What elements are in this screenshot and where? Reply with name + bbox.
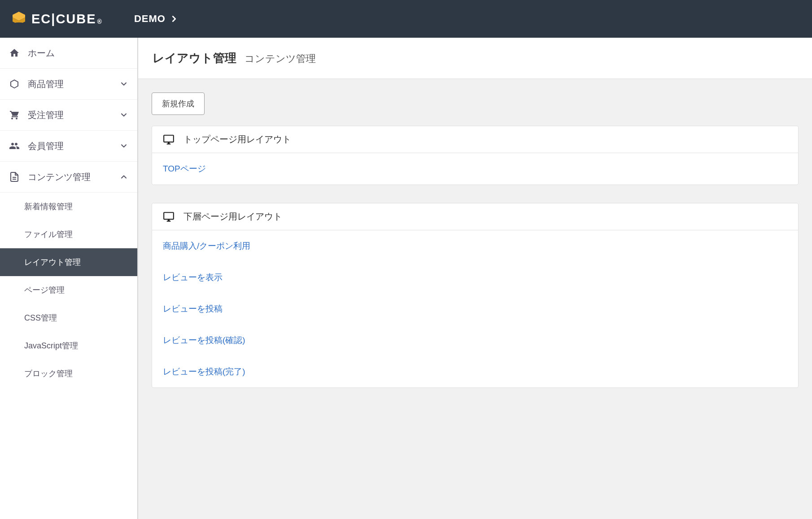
svg-point-0: [12, 22, 26, 26]
layout-link-review-show[interactable]: レビューを表示: [163, 273, 223, 282]
layout-link-coupon[interactable]: 商品購入/クーポン利用: [163, 241, 250, 251]
file-icon: [9, 172, 20, 182]
sidebar-item-products[interactable]: 商品管理: [0, 69, 137, 100]
subnav-item-js[interactable]: JavaScript管理: [0, 332, 137, 360]
page-title: レイアウト管理: [153, 50, 236, 66]
header: EC|CUBE® DEMO: [0, 0, 812, 38]
nav-label: 商品管理: [28, 78, 111, 90]
content-area: 新規作成 トップページ用レイアウト TOPページ 下層ページ用レイアウト 商品購…: [138, 79, 812, 419]
panel-item: レビューを投稿(完了): [152, 356, 798, 387]
subnav-item-file[interactable]: ファイル管理: [0, 220, 137, 248]
chevron-down-icon: [119, 141, 128, 150]
sidebar-item-home[interactable]: ホーム: [0, 38, 137, 69]
panel-title: 下層ページ用レイアウト: [183, 211, 282, 223]
sidebar: ホーム 商品管理 受注管理 会員管理 コンテンツ管理 新着情報管理 ファイル管理…: [0, 38, 138, 519]
subnav-item-news[interactable]: 新着情報管理: [0, 193, 137, 220]
panel-header[interactable]: 下層ページ用レイアウト: [152, 203, 798, 230]
page-header: レイアウト管理 コンテンツ管理: [138, 38, 812, 79]
chevron-down-icon: [119, 110, 128, 119]
panel-header[interactable]: トップページ用レイアウト: [152, 126, 798, 153]
panel-title: トップページ用レイアウト: [183, 133, 291, 145]
panel-item: 商品購入/クーポン利用: [152, 230, 798, 262]
nav-label: 会員管理: [28, 140, 111, 152]
demo-label: DEMO: [134, 13, 166, 25]
subnav-item-block[interactable]: ブロック管理: [0, 360, 137, 387]
desktop-icon: [162, 134, 175, 145]
cart-icon: [9, 110, 20, 120]
layout-link-review-confirm[interactable]: レビューを投稿(確認): [163, 335, 245, 345]
desktop-icon: [162, 211, 175, 223]
subnav-item-page[interactable]: ページ管理: [0, 276, 137, 304]
main: レイアウト管理 コンテンツ管理 新規作成 トップページ用レイアウト TOPページ…: [138, 38, 812, 519]
cube-icon: [9, 79, 20, 89]
chevron-up-icon: [119, 172, 128, 181]
sidebar-item-orders[interactable]: 受注管理: [0, 100, 137, 131]
demo-badge[interactable]: DEMO: [134, 13, 179, 25]
chevron-down-icon: [119, 79, 128, 88]
nav-label: コンテンツ管理: [28, 171, 111, 183]
subnav-item-layout[interactable]: レイアウト管理: [0, 248, 137, 276]
layout-link-review-post[interactable]: レビューを投稿: [163, 304, 223, 313]
logo-icon: [11, 11, 27, 27]
page-subtitle: コンテンツ管理: [244, 52, 316, 66]
panel-item: レビューを投稿(確認): [152, 325, 798, 356]
layout-link-top[interactable]: TOPページ: [163, 164, 206, 173]
panel-item: TOPページ: [152, 153, 798, 185]
nav-label: ホーム: [28, 47, 128, 59]
logo-text: EC|CUBE®: [31, 12, 103, 26]
nav-label: 受注管理: [28, 109, 111, 121]
panel-sub-layout: 下層ページ用レイアウト 商品購入/クーポン利用 レビューを表示 レビューを投稿 …: [152, 203, 799, 388]
users-icon: [9, 141, 20, 151]
panel-item: レビューを投稿: [152, 293, 798, 325]
chevron-right-icon: [169, 14, 179, 24]
panel-top-layout: トップページ用レイアウト TOPページ: [152, 126, 799, 185]
layout-link-review-complete[interactable]: レビューを投稿(完了): [163, 367, 245, 376]
home-icon: [9, 48, 20, 58]
new-button[interactable]: 新規作成: [152, 92, 205, 115]
panel-item: レビューを表示: [152, 262, 798, 293]
sidebar-item-content[interactable]: コンテンツ管理: [0, 162, 137, 193]
logo[interactable]: EC|CUBE®: [11, 11, 103, 27]
sidebar-item-members[interactable]: 会員管理: [0, 131, 137, 162]
subnav-content: 新着情報管理 ファイル管理 レイアウト管理 ページ管理 CSS管理 JavaSc…: [0, 193, 137, 387]
subnav-item-css[interactable]: CSS管理: [0, 304, 137, 332]
